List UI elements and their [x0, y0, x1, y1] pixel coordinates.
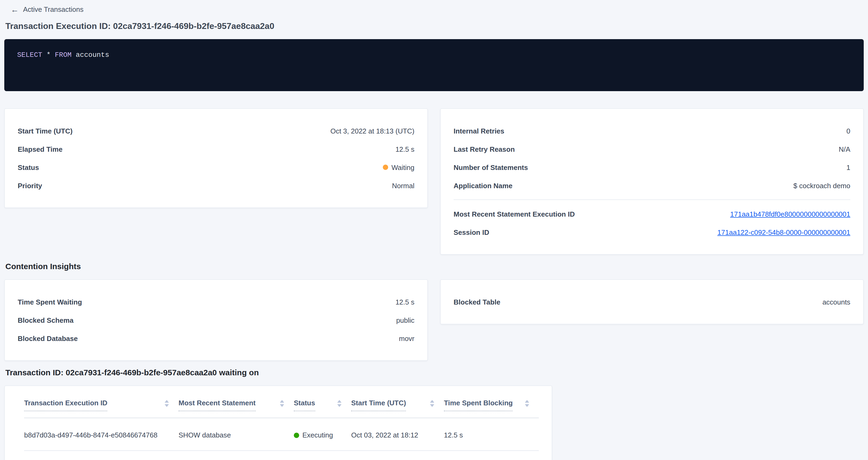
cell-status: Executing — [294, 418, 351, 450]
row-value: $ cockroach demo — [794, 182, 850, 189]
page-title: Transaction Execution ID: 02ca7931-f246-… — [5, 22, 868, 31]
sql-statement-text: SELECT * FROM accounts — [17, 51, 851, 59]
column-header-time-spent-blocking[interactable]: Time Spent Blocking — [444, 386, 539, 418]
sql-table-name: accounts — [71, 51, 109, 59]
contention-row-blocked-database: Blocked Database movr — [18, 329, 414, 347]
row-label: Most Recent Statement Execution ID — [454, 210, 575, 218]
row-label: Time Spent Waiting — [18, 298, 82, 306]
back-link-label: Active Transactions — [23, 5, 83, 13]
contention-blocked-table-card: Blocked Table accounts — [440, 279, 864, 324]
row-label: Blocked Table — [454, 298, 500, 306]
sql-statement-box: SELECT * FROM accounts — [4, 39, 864, 91]
row-label: Number of Statements — [454, 163, 528, 171]
executing-status-dot-icon — [294, 432, 299, 438]
row-label: Start Time (UTC) — [18, 127, 73, 135]
details-row-statement-execution-id: Most Recent Statement Execution ID 171aa… — [454, 205, 850, 223]
column-header-start-time[interactable]: Start Time (UTC) — [351, 386, 444, 418]
waiting-on-table-card: Transaction Execution ID Most Recent Sta… — [4, 386, 552, 460]
column-header-status[interactable]: Status — [294, 386, 351, 418]
row-label: Session ID — [454, 228, 489, 236]
summary-row-status: Status Waiting — [18, 158, 414, 176]
row-label: Blocked Schema — [18, 316, 73, 324]
column-header-label: Time Spent Blocking — [444, 399, 513, 411]
sort-icon[interactable] — [280, 400, 284, 407]
cell-start-time: Oct 03, 2022 at 18:12 — [351, 418, 444, 450]
summary-row-start-time: Start Time (UTC) Oct 3, 2022 at 18:13 (U… — [18, 122, 414, 140]
back-arrow-icon: ← — [11, 5, 19, 13]
summary-row-elapsed-time: Elapsed Time 12.5 s — [18, 140, 414, 158]
sort-icon[interactable] — [164, 400, 169, 407]
sql-star: * — [42, 51, 55, 59]
waiting-status-dot-icon — [383, 164, 388, 170]
sql-keyword-select: SELECT — [17, 51, 42, 59]
column-header-label: Transaction Execution ID — [24, 399, 107, 411]
table-row: b8d7d03a-d497-446b-8474-e50846674768 SHO… — [24, 418, 539, 450]
contention-waiting-card: Time Spent Waiting 12.5 s Blocked Schema… — [4, 279, 428, 361]
column-header-label: Most Recent Statement — [179, 399, 256, 411]
waiting-on-heading: Transaction ID: 02ca7931-f246-469b-b2fe-… — [5, 368, 868, 377]
status-text: Waiting — [392, 163, 414, 171]
details-row-number-of-statements: Number of Statements 1 — [454, 158, 850, 176]
summary-cards-row: Start Time (UTC) Oct 3, 2022 at 18:13 (U… — [4, 108, 864, 255]
row-value: movr — [399, 334, 414, 342]
transaction-summary-card: Start Time (UTC) Oct 3, 2022 at 18:13 (U… — [4, 108, 428, 208]
contention-cards-row: Time Spent Waiting 12.5 s Blocked Schema… — [4, 279, 864, 361]
status-badge: Waiting — [383, 163, 414, 171]
transaction-details-card: Internal Retries 0 Last Retry Reason N/A… — [440, 108, 864, 255]
column-header-label: Start Time (UTC) — [351, 399, 406, 411]
contention-insights-heading: Contention Insights — [5, 262, 868, 271]
column-header-most-recent-statement[interactable]: Most Recent Statement — [179, 386, 294, 418]
details-row-internal-retries: Internal Retries 0 — [454, 122, 850, 140]
status-badge: Executing — [294, 431, 333, 439]
sort-icon[interactable] — [525, 400, 529, 407]
waiting-on-table: Transaction Execution ID Most Recent Sta… — [24, 386, 539, 451]
summary-row-priority: Priority Normal — [18, 176, 414, 195]
row-label: Application Name — [454, 182, 513, 189]
row-value: 1 — [846, 163, 850, 171]
column-header-label: Status — [294, 399, 315, 411]
row-label: Last Retry Reason — [454, 145, 515, 153]
column-header-transaction-execution-id[interactable]: Transaction Execution ID — [24, 386, 179, 418]
cell-transaction-execution-id: b8d7d03a-d497-446b-8474-e50846674768 — [24, 418, 179, 450]
row-value: 0 — [846, 127, 850, 135]
sql-keyword-from: FROM — [55, 51, 71, 59]
row-label: Status — [18, 163, 39, 171]
back-link-active-transactions[interactable]: ← Active Transactions — [11, 5, 83, 13]
details-row-session-id: Session ID 171aa122-c092-54b8-0000-00000… — [454, 223, 850, 241]
back-row: ← Active Transactions — [0, 0, 868, 14]
contention-row-blocked-schema: Blocked Schema public — [18, 311, 414, 329]
statement-execution-id-link[interactable]: 171aa1b478fdf0e80000000000000001 — [730, 210, 850, 218]
row-label: Internal Retries — [454, 127, 504, 135]
contention-row-time-spent-waiting: Time Spent Waiting 12.5 s — [18, 293, 414, 311]
details-row-application-name: Application Name $ cockroach demo — [454, 176, 850, 195]
transaction-details-page: ← Active Transactions Transaction Execut… — [0, 0, 868, 460]
row-value: Oct 3, 2022 at 18:13 (UTC) — [330, 127, 414, 135]
sort-icon[interactable] — [337, 400, 342, 407]
contention-row-blocked-table: Blocked Table accounts — [454, 293, 850, 311]
row-value: Normal — [392, 182, 414, 189]
cell-time-spent-blocking: 12.5 s — [444, 418, 539, 450]
row-label: Priority — [18, 182, 42, 189]
status-text: Executing — [302, 431, 333, 439]
row-value: public — [396, 316, 414, 324]
sort-icon[interactable] — [430, 400, 434, 407]
row-value: 12.5 s — [395, 145, 414, 153]
row-label: Blocked Database — [18, 334, 78, 342]
row-value: N/A — [839, 145, 850, 153]
cell-most-recent-statement: SHOW database — [179, 418, 294, 450]
card-divider — [454, 200, 850, 200]
row-value: accounts — [823, 298, 850, 306]
table-header-row: Transaction Execution ID Most Recent Sta… — [24, 386, 539, 418]
row-label: Elapsed Time — [18, 145, 62, 153]
session-id-link[interactable]: 171aa122-c092-54b8-0000-000000000001 — [717, 228, 850, 236]
row-value: 12.5 s — [395, 298, 414, 306]
details-row-last-retry-reason: Last Retry Reason N/A — [454, 140, 850, 158]
